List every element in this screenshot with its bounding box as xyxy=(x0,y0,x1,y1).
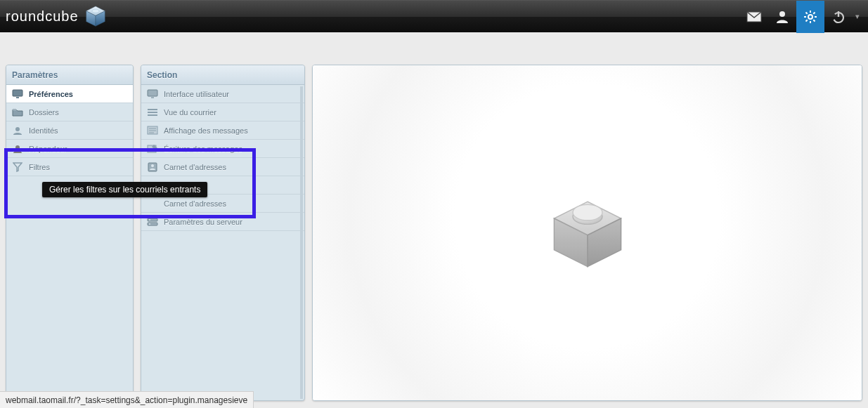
section-item-label: Interface utilisateur xyxy=(164,90,229,98)
section-item-label: Carnet d'adresses xyxy=(164,163,226,171)
nav-contacts[interactable] xyxy=(768,1,796,33)
gear-icon xyxy=(803,10,817,24)
svg-point-41 xyxy=(573,204,602,220)
section-item-label: Carnet d'adresses xyxy=(164,199,226,208)
section-item-label: Vue du courrier xyxy=(164,108,216,117)
svg-line-13 xyxy=(813,12,815,13)
svg-point-20 xyxy=(15,145,20,150)
message-view-icon xyxy=(147,126,158,135)
settings-item-label: Filtres xyxy=(29,163,50,171)
monitor-icon xyxy=(12,89,23,99)
monitor-icon xyxy=(147,89,158,99)
scrollbar[interactable] xyxy=(300,86,303,399)
settings-item-label: Identités xyxy=(29,126,58,135)
topbar: roundcube xyxy=(0,0,868,32)
settings-item-label: Dossiers xyxy=(29,108,59,117)
section-item-compose[interactable]: Écriture des messages xyxy=(141,140,304,158)
server-icon xyxy=(147,218,158,226)
status-url: webmail.taomail.fr/?_task=settings&_acti… xyxy=(6,395,247,405)
section-item-ui[interactable]: Interface utilisateur xyxy=(141,85,304,103)
settings-panel: Paramètres Préférences Dossiers Identité… xyxy=(6,65,134,401)
settings-panel-title: Paramètres xyxy=(6,65,133,85)
content-watermark xyxy=(313,65,862,400)
nav-mail[interactable] xyxy=(740,1,768,33)
svg-rect-21 xyxy=(148,90,157,96)
svg-line-11 xyxy=(806,12,808,13)
cube-watermark-icon xyxy=(538,184,637,282)
app-logo[interactable]: roundcube xyxy=(6,3,110,31)
content-panel xyxy=(312,65,862,401)
tooltip: Gérer les filtres sur les courriels entr… xyxy=(42,182,207,197)
settings-item-folders[interactable]: Dossiers xyxy=(6,103,133,121)
svg-rect-17 xyxy=(13,90,22,96)
svg-point-35 xyxy=(149,219,150,221)
nav-settings[interactable] xyxy=(796,1,824,33)
person-icon xyxy=(775,10,789,24)
settings-list: Préférences Dossiers Identités Répondeur xyxy=(6,85,133,400)
svg-point-6 xyxy=(808,15,812,19)
compose-icon xyxy=(147,144,158,153)
section-item-label: Affichage des messages xyxy=(164,126,248,135)
cube-icon xyxy=(82,3,110,31)
svg-line-14 xyxy=(806,20,808,21)
settings-item-filters[interactable]: Filtres xyxy=(6,158,133,176)
section-item-msgdisplay[interactable]: Affichage des messages xyxy=(141,121,304,140)
svg-point-36 xyxy=(149,223,150,225)
section-item-addressbook[interactable]: Carnet d'adresses xyxy=(141,158,304,176)
svg-rect-18 xyxy=(16,97,19,98)
settings-item-label: Répondeur xyxy=(29,145,67,153)
app-name: roundcube xyxy=(6,8,79,25)
section-panel-title: Section xyxy=(141,65,304,85)
settings-item-autoresponder[interactable]: Répondeur xyxy=(6,140,133,158)
svg-point-32 xyxy=(151,164,154,167)
svg-line-12 xyxy=(813,20,815,21)
mail-icon xyxy=(746,11,762,22)
svg-point-3 xyxy=(92,9,99,13)
addressbook-icon xyxy=(147,162,158,172)
filter-icon xyxy=(12,162,23,172)
section-item-label: Paramètres du serveur xyxy=(164,218,242,226)
section-item-server[interactable]: Paramètres du serveur xyxy=(141,213,304,231)
nav-logout[interactable] xyxy=(824,1,853,33)
settings-item-identities[interactable]: Identités xyxy=(6,121,133,140)
section-item-label: Écriture des messages xyxy=(164,145,242,153)
svg-rect-22 xyxy=(151,97,154,98)
topnav: ▾ xyxy=(740,1,862,33)
section-panel: Section Interface utilisateur Vue du cou… xyxy=(141,65,305,401)
list-icon xyxy=(147,108,158,117)
identity-icon xyxy=(12,126,23,136)
workarea: Paramètres Préférences Dossiers Identité… xyxy=(6,65,862,401)
away-icon xyxy=(12,144,23,154)
folder-icon xyxy=(12,107,23,117)
section-list: Interface utilisateur Vue du courrier Af… xyxy=(141,85,304,400)
status-bar: webmail.taomail.fr/?_task=settings&_acti… xyxy=(0,391,254,408)
power-icon xyxy=(831,10,846,24)
settings-item-preferences[interactable]: Préférences xyxy=(6,85,133,103)
svg-point-19 xyxy=(15,127,20,131)
svg-point-5 xyxy=(779,11,785,17)
settings-item-label: Préférences xyxy=(29,90,73,98)
dropdown-caret-icon[interactable]: ▾ xyxy=(853,12,862,21)
section-item-mailview[interactable]: Vue du courrier xyxy=(141,103,304,121)
